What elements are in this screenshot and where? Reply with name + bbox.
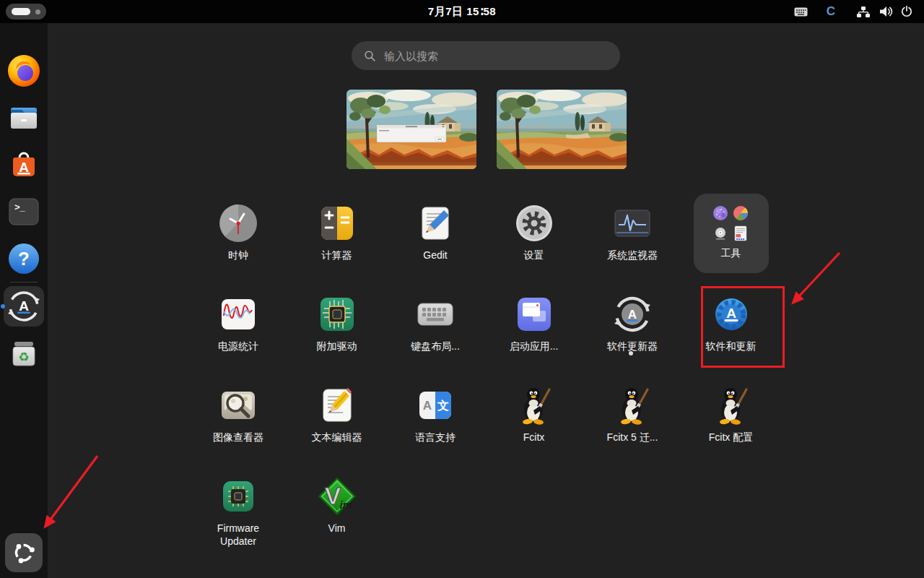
power-statistics-app-icon [218, 294, 258, 335]
workspace-thumbnail-2[interactable] [497, 90, 627, 169]
app-folder-tools[interactable]: 工具 [694, 194, 769, 273]
app-label: 文本编辑器 [300, 431, 375, 444]
search-icon [365, 51, 375, 61]
app-label: 键盘布局... [398, 340, 473, 353]
app-tile-keyboard-layout[interactable]: 键盘布局... [398, 285, 473, 353]
workspace-thumbnail-1[interactable] [346, 90, 476, 169]
app-tile-system-monitor[interactable]: 系统监视器 [595, 194, 670, 262]
app-tile-fcitx-config[interactable]: Fcitx 配置 [694, 376, 769, 444]
app-label: Fcitx 配置 [694, 431, 769, 444]
fcitx-config-app-icon [711, 385, 751, 426]
app-tile-firmware-updater[interactable]: Firmware Updater [201, 467, 276, 548]
app-label: 附加驱动 [300, 340, 375, 353]
app-tile-additional-drivers[interactable]: 附加驱动 [300, 285, 375, 353]
svg-text:A: A [19, 298, 29, 314]
ubuntu-software-icon: A [6, 147, 41, 182]
clock-app-icon [218, 203, 258, 243]
tools-folder-icon [712, 205, 750, 241]
svg-text:V: V [324, 482, 341, 509]
text-editor-app-icon [317, 385, 357, 426]
software-and-updates-icon: A [6, 289, 41, 324]
calculator-app-icon [317, 203, 357, 243]
app-tile-text-editor[interactable]: 文本编辑器 [300, 376, 375, 444]
svg-text:A: A [423, 399, 432, 413]
app-label: Fcitx [497, 431, 572, 444]
trash-icon: ♻ [6, 336, 41, 371]
svg-text:>_: >_ [14, 202, 26, 212]
app-tile-language-support[interactable]: A 文 语言支持 [398, 376, 473, 444]
svg-text:A: A [19, 160, 29, 175]
app-tile-settings[interactable]: 设置 [497, 194, 572, 262]
gedit-app-icon [415, 203, 456, 243]
globe-mini-icon [712, 205, 728, 221]
app-tile-vim[interactable]: V im Vim [300, 467, 375, 535]
svg-text:A: A [628, 308, 637, 322]
pie-chart-mini-icon [733, 205, 749, 221]
logs-mini-icon [733, 225, 749, 241]
software-updater-app-icon: A [612, 294, 653, 335]
folder-label: 工具 [694, 247, 769, 260]
running-app-dot [1, 304, 5, 309]
disks-mini-icon [712, 225, 728, 241]
top-bar: 7月7日 15∶58 C [0, 0, 924, 23]
help-icon: ? [6, 241, 41, 276]
app-tile-power-statistics[interactable]: 电源统计 [201, 285, 276, 353]
inactive-workspace-dot [35, 9, 40, 14]
page-indicator-dot[interactable] [629, 351, 633, 355]
startup-applications-app-icon [514, 294, 554, 335]
app-label: 设置 [497, 249, 572, 262]
app-label: 启动应用... [497, 340, 572, 353]
app-tile-calculator[interactable]: 计算器 [300, 194, 375, 262]
dock-item-trash[interactable]: ♻ [6, 336, 41, 371]
show-apps-button[interactable] [5, 533, 43, 572]
dock-item-terminal[interactable]: >_ [6, 194, 41, 229]
app-label: 时钟 [201, 249, 276, 262]
dock-item-software-and-updates[interactable]: A [4, 286, 44, 327]
workspace-indicator-pill[interactable] [6, 4, 46, 20]
terminal-icon: >_ [6, 194, 41, 229]
active-workspace-dot [12, 8, 30, 15]
app-label: 语言支持 [398, 431, 473, 444]
dock-item-firefox[interactable] [6, 53, 41, 88]
language-support-app-icon: A 文 [415, 385, 456, 426]
search-bar[interactable] [352, 41, 620, 70]
annotation-highlight-box [701, 286, 785, 368]
app-tile-fcitx[interactable]: Fcitx [497, 376, 572, 444]
search-input[interactable] [383, 49, 620, 63]
volume-icon[interactable] [879, 0, 893, 23]
image-viewer-app-icon [218, 385, 258, 426]
app-tile-software-updater[interactable]: A 软件更新器 [595, 285, 670, 353]
firmware-updater-app-icon [218, 476, 258, 517]
app-label: Gedit [398, 249, 473, 262]
app-tile-clock[interactable]: 时钟 [201, 194, 276, 262]
firefox-icon [6, 53, 41, 88]
dock: A >_ ? A ♻ [0, 23, 48, 578]
system-tray: C [794, 0, 912, 23]
app-label: 图像查看器 [201, 431, 276, 444]
app-label: Firmware Updater [201, 522, 276, 548]
dock-item-files[interactable] [6, 100, 41, 135]
fcitx-app-icon [514, 385, 554, 426]
wired-network-icon[interactable] [857, 0, 870, 23]
app-label: 系统监视器 [595, 249, 670, 262]
clock-label[interactable]: 7月7日 15∶58 [428, 0, 496, 23]
app-tile-startup-applications[interactable]: 启动应用... [497, 285, 572, 353]
ubuntu-logo-icon [12, 541, 35, 564]
svg-text:im: im [339, 499, 351, 511]
dock-item-ubuntu-software[interactable]: A [6, 147, 41, 182]
fcitx-indicator-icon[interactable]: C [827, 0, 835, 23]
app-label: 计算器 [300, 249, 375, 262]
app-tile-gedit[interactable]: Gedit [398, 194, 473, 262]
dock-item-help[interactable]: ? [6, 241, 41, 276]
keyboard-layout-app-icon [415, 294, 456, 335]
app-tile-fcitx5-migrator[interactable]: Fcitx 5 迁... [595, 376, 670, 444]
app-tile-image-viewer[interactable]: 图像查看器 [201, 376, 276, 444]
fcitx5-app-icon [612, 385, 653, 426]
svg-text:♻: ♻ [18, 350, 29, 364]
power-icon[interactable] [901, 0, 912, 23]
files-icon [6, 100, 41, 135]
dock-separator [10, 282, 38, 282]
app-label: Fcitx 5 迁... [595, 431, 670, 444]
settings-app-icon [514, 203, 554, 243]
keyboard-icon[interactable] [794, 0, 808, 23]
